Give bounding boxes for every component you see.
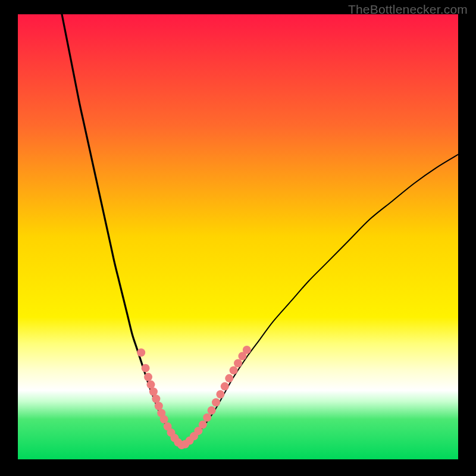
plot-svg — [18, 14, 458, 459]
data-dot — [221, 382, 229, 390]
data-dot — [142, 364, 150, 372]
data-dot — [144, 373, 152, 381]
data-dot — [152, 394, 160, 403]
data-dot — [137, 348, 145, 356]
data-dot — [155, 402, 163, 410]
data-dot — [230, 366, 238, 374]
data-dot — [225, 374, 233, 383]
data-dot — [149, 387, 158, 396]
data-dot — [208, 406, 216, 415]
data-dot — [212, 398, 220, 406]
data-dot — [146, 380, 155, 389]
data-dot — [216, 390, 224, 399]
data-dot — [199, 421, 207, 429]
data-dot — [243, 346, 251, 354]
plot-frame — [18, 14, 458, 459]
data-dot — [234, 359, 242, 367]
watermark-text: TheBottlenecker.com — [348, 2, 468, 17]
data-dot — [160, 415, 168, 424]
data-dot — [203, 414, 211, 422]
gradient-background — [18, 14, 458, 459]
